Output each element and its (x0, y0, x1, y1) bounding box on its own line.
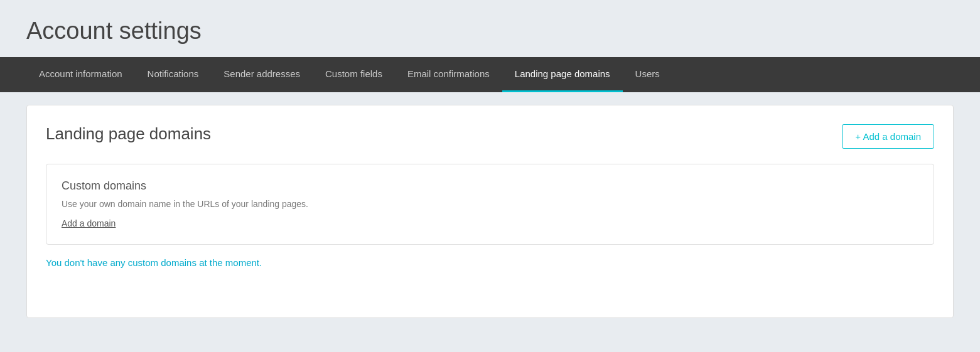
nav-item-notifications[interactable]: Notifications (135, 57, 212, 92)
section-title: Landing page domains (46, 124, 211, 144)
page-title: Account settings (26, 18, 954, 45)
nav-bar: Account information Notifications Sender… (0, 57, 980, 92)
custom-domains-title: Custom domains (62, 179, 918, 193)
nav-item-email-confirmations[interactable]: Email confirmations (395, 57, 502, 92)
content-header: Landing page domains + Add a domain (46, 124, 934, 149)
content-area: Landing page domains + Add a domain Cust… (26, 105, 954, 318)
nav-item-sender-addresses[interactable]: Sender addresses (211, 57, 313, 92)
add-domain-inline-link[interactable]: Add a domain (62, 218, 116, 228)
nav-item-account-information[interactable]: Account information (26, 57, 135, 92)
custom-domains-description: Use your own domain name in the URLs of … (62, 199, 918, 209)
custom-domains-box: Custom domains Use your own domain name … (46, 164, 934, 245)
nav-item-users[interactable]: Users (623, 57, 672, 92)
empty-domains-message: You don't have any custom domains at the… (46, 257, 934, 268)
add-domain-button[interactable]: + Add a domain (842, 124, 934, 149)
nav-item-landing-page-domains[interactable]: Landing page domains (502, 57, 623, 92)
nav-item-custom-fields[interactable]: Custom fields (313, 57, 395, 92)
page-header: Account settings (0, 0, 980, 57)
